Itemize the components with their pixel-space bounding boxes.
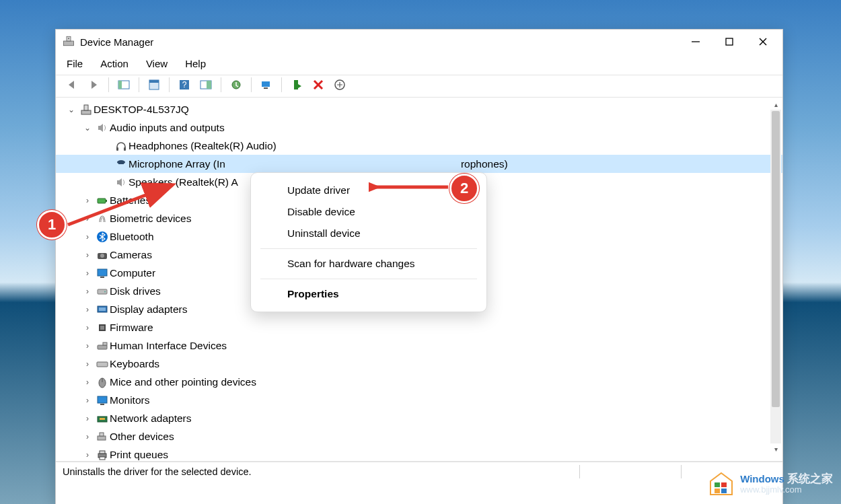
- annotation-badge-1: 1: [37, 210, 67, 240]
- tree-root[interactable]: ⌄ DESKTOP-4L537JQ: [56, 100, 782, 118]
- display-adapter-icon: [95, 303, 110, 316]
- action-button[interactable]: [196, 77, 215, 93]
- tree-category-print[interactable]: ›Print queues: [56, 445, 782, 462]
- category-label: Monitors: [110, 394, 149, 406]
- menubar: File Action View Help: [56, 54, 782, 75]
- category-label: Firmware: [110, 322, 153, 334]
- context-disable-device[interactable]: Disable device: [251, 201, 486, 223]
- chevron-right-icon: ›: [83, 396, 92, 405]
- category-label: Network adapters: [110, 412, 191, 425]
- headphones-icon: [114, 140, 129, 152]
- svg-rect-16: [262, 81, 270, 87]
- hid-icon: [95, 340, 110, 352]
- watermark-brand-cn: 系统之家: [787, 472, 833, 485]
- svg-text:?: ?: [182, 80, 187, 89]
- other-devices-icon: [95, 431, 110, 443]
- menu-view[interactable]: View: [146, 58, 168, 69]
- statusbar: Uninstalls the driver for the selected d…: [56, 462, 782, 481]
- svg-rect-52: [100, 457, 105, 460]
- forward-button[interactable]: [84, 77, 103, 93]
- help-button[interactable]: ?: [175, 77, 194, 93]
- network-icon: [95, 412, 110, 425]
- annotation-callout-2: 2: [449, 174, 479, 203]
- svg-rect-49: [100, 433, 104, 436]
- tree-category-keyboards[interactable]: ›Keyboards: [56, 355, 782, 373]
- show-hide-tree-button[interactable]: [114, 77, 133, 93]
- window-title: Device Manager: [80, 36, 153, 48]
- disable-button[interactable]: [257, 77, 276, 93]
- svg-rect-23: [124, 147, 126, 151]
- tree-category-other[interactable]: ›Other devices: [56, 427, 782, 445]
- svg-rect-38: [100, 326, 104, 330]
- update-driver-button[interactable]: [227, 77, 246, 93]
- category-label: Audio inputs and outputs: [110, 122, 225, 134]
- svg-rect-31: [98, 269, 107, 276]
- tree-root-label: DESKTOP-4L537JQ: [94, 104, 189, 116]
- category-label: Disk drives: [110, 285, 161, 297]
- menu-help[interactable]: Help: [185, 58, 206, 69]
- context-properties[interactable]: Properties: [251, 283, 486, 305]
- svg-rect-39: [98, 345, 107, 349]
- close-button[interactable]: [746, 30, 780, 54]
- bluetooth-icon: [95, 231, 110, 243]
- annotation-badge-2: 2: [449, 174, 479, 203]
- svg-rect-4: [726, 38, 733, 45]
- keyboard-icon: [95, 358, 110, 370]
- camera-icon: [95, 249, 110, 261]
- tree-category-audio[interactable]: ⌄ Audio inputs and outputs: [56, 118, 782, 137]
- svg-line-53: [68, 186, 170, 225]
- scroll-up-arrow-icon[interactable]: ▴: [770, 99, 781, 110]
- tree-item-microphone[interactable]: Microphone Array (In rophones): [56, 155, 782, 173]
- tree-category-mice[interactable]: ›Mice and other pointing devices: [56, 373, 782, 391]
- minimize-button[interactable]: [679, 30, 712, 54]
- properties-button[interactable]: [145, 77, 163, 93]
- menu-action[interactable]: Action: [100, 58, 129, 69]
- watermark-logo-icon: [708, 470, 735, 497]
- chevron-down-icon: ⌄: [67, 105, 76, 114]
- maximize-button[interactable]: [712, 30, 746, 54]
- annotation-arrow-2: [369, 182, 453, 192]
- enable-button[interactable]: [287, 77, 306, 93]
- context-uninstall-device[interactable]: Uninstall device: [251, 223, 486, 244]
- tree-category-network[interactable]: ›Network adapters: [56, 409, 782, 427]
- chevron-right-icon: ›: [83, 414, 92, 423]
- titlebar: Device Manager: [56, 30, 782, 54]
- toolbar-separator: [281, 77, 282, 92]
- tree-category-firmware[interactable]: ›Firmware: [56, 318, 782, 336]
- tree-category-hid[interactable]: ›Human Interface Devices: [56, 336, 782, 355]
- svg-point-34: [104, 291, 106, 292]
- toolbar: ?: [56, 75, 782, 97]
- menu-file[interactable]: File: [67, 58, 83, 69]
- chevron-right-icon: ›: [83, 250, 92, 260]
- speaker-icon: [95, 122, 110, 134]
- chevron-right-icon: ›: [83, 341, 92, 351]
- scrollbar-thumb[interactable]: [772, 111, 780, 407]
- back-button[interactable]: [63, 77, 81, 93]
- svg-rect-56: [721, 482, 727, 487]
- scan-button[interactable]: [330, 77, 349, 93]
- toolbar-separator: [251, 77, 252, 92]
- svg-rect-40: [103, 343, 107, 345]
- svg-rect-58: [721, 489, 727, 493]
- chevron-right-icon: ›: [83, 287, 92, 296]
- chevron-right-icon: ›: [83, 359, 92, 369]
- svg-point-30: [100, 254, 104, 258]
- uninstall-button[interactable]: [309, 77, 328, 93]
- watermark-url: www.bjjmlv.com: [740, 485, 833, 495]
- context-separator: [260, 279, 477, 279]
- svg-rect-51: [100, 451, 105, 454]
- annotation-arrow-1: [64, 180, 178, 231]
- tree-item-headphones[interactable]: Headphones (Realtek(R) Audio): [56, 137, 782, 155]
- category-label: Other devices: [110, 431, 174, 443]
- chevron-right-icon: ›: [83, 305, 92, 314]
- device-label-tail: rophones): [461, 158, 508, 170]
- statusbar-divider: [681, 465, 682, 478]
- svg-rect-47: [100, 418, 105, 420]
- computer-icon: [79, 104, 94, 116]
- category-label: Computer: [110, 267, 155, 279]
- chip-icon: [95, 322, 110, 334]
- tree-category-monitors[interactable]: ›Monitors: [56, 391, 782, 409]
- vertical-scrollbar[interactable]: ▴ ▾: [770, 99, 781, 454]
- scroll-down-arrow-icon[interactable]: ▾: [770, 443, 781, 454]
- context-scan[interactable]: Scan for hardware changes: [251, 253, 486, 275]
